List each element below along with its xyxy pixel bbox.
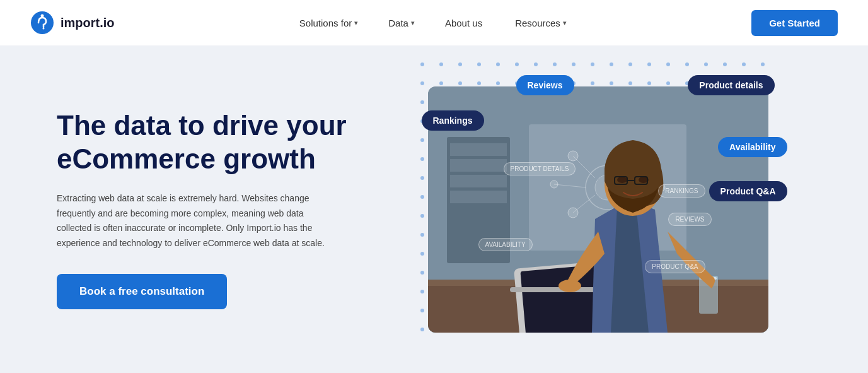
- svg-point-212: [420, 271, 424, 275]
- svg-point-13: [610, 62, 613, 66]
- chip-product-details: Product details: [688, 75, 774, 95]
- svg-point-24: [458, 81, 462, 85]
- svg-point-323: [558, 280, 581, 292]
- svg-point-318: [617, 177, 627, 183]
- svg-point-31: [591, 81, 594, 85]
- svg-point-5: [458, 62, 462, 66]
- svg-point-33: [628, 81, 632, 85]
- ghost-chip-product-details: PRODUCT DETAILS: [504, 162, 576, 175]
- hero-right: // dots rendered inline below: [385, 45, 811, 373]
- ghost-chip-product-qa: PRODUCT Q&A: [645, 260, 705, 273]
- logo-text: import.io: [61, 16, 115, 30]
- nav-solutions[interactable]: Solutions for: [299, 18, 358, 28]
- svg-point-19: [723, 62, 727, 66]
- svg-rect-291: [450, 159, 507, 172]
- hero-description: Extracting web data at scale is extremel…: [57, 191, 334, 251]
- svg-point-41: [420, 100, 424, 104]
- chip-rankings: Rankings: [422, 110, 484, 131]
- svg-point-11: [572, 62, 576, 66]
- svg-point-79: [420, 138, 424, 142]
- svg-point-307: [550, 181, 558, 188]
- svg-point-18: [704, 62, 708, 66]
- navbar: import.io Solutions for Data About us Re…: [0, 0, 868, 45]
- ghost-chip-reviews: REVIEWS: [668, 213, 711, 226]
- svg-point-193: [420, 252, 424, 256]
- svg-point-1: [43, 28, 45, 30]
- svg-point-303: [568, 151, 578, 161]
- nav-cta-area: Get Started: [751, 10, 838, 36]
- svg-point-174: [420, 233, 424, 237]
- nav-about[interactable]: About us: [445, 18, 485, 28]
- svg-point-305: [568, 208, 578, 218]
- svg-point-231: [420, 290, 424, 293]
- svg-point-16: [666, 62, 670, 66]
- svg-point-15: [647, 62, 651, 66]
- ghost-chip-rankings: RANKINGS: [658, 184, 705, 198]
- svg-point-21: [761, 62, 765, 66]
- svg-point-6: [477, 62, 481, 66]
- chip-product-qa: Product Q&A: [709, 181, 787, 201]
- svg-point-32: [610, 81, 613, 85]
- svg-point-98: [420, 157, 424, 161]
- svg-point-3: [420, 62, 424, 66]
- chip-reviews: Reviews: [516, 75, 574, 95]
- svg-point-35: [666, 81, 670, 85]
- svg-rect-293: [450, 191, 507, 203]
- svg-point-7: [496, 62, 500, 66]
- svg-point-17: [685, 62, 689, 66]
- svg-point-136: [420, 195, 424, 199]
- chip-availability: Availability: [718, 137, 787, 157]
- svg-point-155: [420, 214, 424, 218]
- svg-point-8: [515, 62, 519, 66]
- svg-rect-290: [450, 143, 507, 156]
- nav-links: Solutions for Data About us Resources: [299, 18, 567, 28]
- svg-point-9: [534, 62, 538, 66]
- svg-point-26: [496, 81, 500, 85]
- hero-title: The data to drive your eCommerce growth: [57, 109, 385, 176]
- logo-area: import.io: [30, 11, 115, 35]
- nav-data[interactable]: Data: [388, 18, 415, 28]
- svg-point-117: [420, 176, 424, 180]
- ghost-chip-availability: AVAILABILITY: [478, 238, 533, 251]
- svg-point-2: [41, 15, 44, 18]
- svg-point-10: [553, 62, 557, 66]
- svg-rect-292: [450, 175, 507, 187]
- svg-point-14: [628, 62, 632, 66]
- logo-icon: [30, 11, 54, 35]
- get-started-button[interactable]: Get Started: [751, 10, 838, 36]
- svg-point-22: [420, 81, 424, 85]
- book-consultation-button[interactable]: Book a free consultation: [57, 274, 227, 309]
- svg-point-20: [742, 62, 746, 66]
- svg-point-12: [591, 62, 594, 66]
- hero-image-card: Reviews Rankings Product details Availab…: [428, 86, 768, 339]
- nav-resources[interactable]: Resources: [515, 18, 567, 28]
- svg-point-269: [420, 328, 424, 331]
- svg-point-4: [439, 62, 443, 66]
- svg-point-25: [477, 81, 481, 85]
- hero-left: The data to drive your eCommerce growth …: [57, 109, 385, 309]
- main-content: The data to drive your eCommerce growth …: [0, 45, 868, 373]
- svg-point-23: [439, 81, 443, 85]
- svg-point-34: [647, 81, 651, 85]
- svg-point-250: [420, 309, 424, 312]
